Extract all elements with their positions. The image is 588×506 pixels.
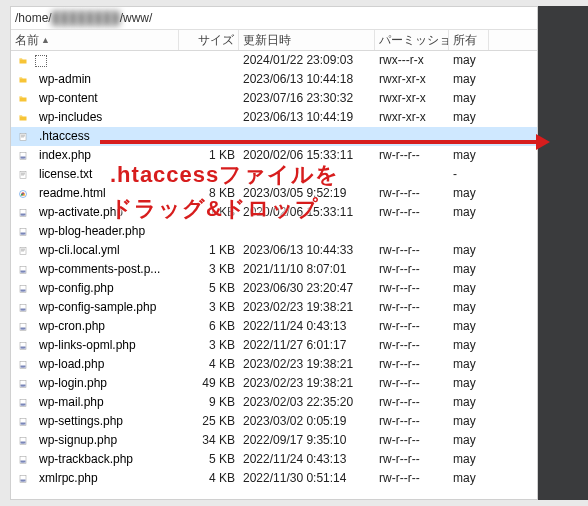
- file-name: wp-comments-post.p...: [35, 260, 164, 279]
- file-name: wp-load.php: [35, 355, 108, 374]
- annotation-arrow-icon: [100, 140, 540, 144]
- file-owner: may: [449, 298, 489, 317]
- file-perm: [375, 222, 449, 241]
- file-row[interactable]: wp-signup.php34 KB2022/09/17 9:35:10rw-r…: [11, 431, 537, 450]
- header-owner[interactable]: 所有: [449, 30, 489, 50]
- file-size: 3 KB: [179, 260, 239, 279]
- file-name-cell: wp-cli.local.yml: [11, 241, 179, 260]
- file-date: 2023/02/03 22:35:20: [239, 393, 375, 412]
- file-owner: may: [449, 241, 489, 260]
- file-perm: rw-r--r--: [375, 336, 449, 355]
- file-date: 2023/06/13 10:44:19: [239, 108, 375, 127]
- file-date: 2021/11/10 8:07:01: [239, 260, 375, 279]
- file-row[interactable]: wp-config.php5 KB2023/06/30 23:20:47rw-r…: [11, 279, 537, 298]
- php-icon: [15, 433, 31, 449]
- file-name-cell: wp-config.php: [11, 279, 179, 298]
- file-owner: -: [449, 165, 489, 184]
- php-icon: [15, 300, 31, 316]
- file-owner: may: [449, 51, 489, 70]
- file-name-cell: [11, 51, 179, 70]
- file-row[interactable]: wp-admin2023/06/13 10:44:18rwxr-xr-xmay: [11, 70, 537, 89]
- file-owner: may: [449, 108, 489, 127]
- file-row[interactable]: xmlrpc.php4 KB2022/11/30 0:51:14rw-r--r-…: [11, 469, 537, 488]
- file-name: license.txt: [35, 165, 96, 184]
- path-breadcrumb[interactable]: /home/████████/www/: [11, 7, 537, 30]
- file-perm: rw-r--r--: [375, 450, 449, 469]
- file-date: 2022/11/24 0:43:13: [239, 317, 375, 336]
- file-owner: [449, 222, 489, 241]
- txt-icon: [15, 129, 31, 145]
- file-name: readme.html: [35, 184, 110, 203]
- file-row[interactable]: wp-cli.local.yml1 KB2023/06/13 10:44:33r…: [11, 241, 537, 260]
- file-date: [239, 222, 375, 241]
- file-row[interactable]: wp-trackback.php5 KB2022/11/24 0:43:13rw…: [11, 450, 537, 469]
- header-size[interactable]: サイズ: [179, 30, 239, 50]
- file-perm: rwxr-xr-x: [375, 70, 449, 89]
- file-row[interactable]: wp-comments-post.p...3 KB2021/11/10 8:07…: [11, 260, 537, 279]
- file-row[interactable]: wp-login.php49 KB2023/02/23 19:38:21rw-r…: [11, 374, 537, 393]
- file-name: wp-config.php: [35, 279, 118, 298]
- file-date: 2023/06/13 10:44:33: [239, 241, 375, 260]
- file-size: [179, 89, 239, 108]
- file-perm: rw-r--r--: [375, 355, 449, 374]
- right-dark-panel: [538, 6, 588, 500]
- file-name: wp-blog-header.php: [35, 222, 149, 241]
- file-name-cell: wp-links-opml.php: [11, 336, 179, 355]
- file-row[interactable]: wp-includes2023/06/13 10:44:19rwxr-xr-xm…: [11, 108, 537, 127]
- file-row[interactable]: wp-blog-header.php: [11, 222, 537, 241]
- file-owner: may: [449, 146, 489, 165]
- file-owner: may: [449, 431, 489, 450]
- up-icon: [15, 53, 31, 69]
- file-size: 25 KB: [179, 412, 239, 431]
- file-size: 3 KB: [179, 298, 239, 317]
- file-date: 2022/11/24 0:43:13: [239, 450, 375, 469]
- file-name-cell: wp-includes: [11, 108, 179, 127]
- file-row[interactable]: wp-load.php4 KB2023/02/23 19:38:21rw-r--…: [11, 355, 537, 374]
- file-name-cell: wp-load.php: [11, 355, 179, 374]
- file-date: 2023/02/23 19:38:21: [239, 355, 375, 374]
- header-date[interactable]: 更新日時: [239, 30, 375, 50]
- txt-icon: [15, 167, 31, 183]
- file-name-cell: wp-signup.php: [11, 431, 179, 450]
- php-icon: [15, 357, 31, 373]
- file-perm: rwx---r-x: [375, 51, 449, 70]
- file-size: 1 KB: [179, 241, 239, 260]
- file-row[interactable]: wp-links-opml.php3 KB2022/11/27 6:01:17r…: [11, 336, 537, 355]
- file-row[interactable]: wp-cron.php6 KB2022/11/24 0:43:13rw-r--r…: [11, 317, 537, 336]
- file-size: [179, 70, 239, 89]
- file-date: 2022/09/17 9:35:10: [239, 431, 375, 450]
- file-perm: rw-r--r--: [375, 279, 449, 298]
- file-perm: rw-r--r--: [375, 146, 449, 165]
- file-date: 2022/11/30 0:51:14: [239, 469, 375, 488]
- file-perm: rw-r--r--: [375, 260, 449, 279]
- file-owner: may: [449, 70, 489, 89]
- file-size: [179, 222, 239, 241]
- file-date: 2024/01/22 23:09:03: [239, 51, 375, 70]
- file-name: wp-signup.php: [35, 431, 121, 450]
- path-blurred: ████████: [52, 11, 120, 25]
- header-name[interactable]: 名前 ▲: [11, 30, 179, 50]
- file-row[interactable]: wp-config-sample.php3 KB2023/02/23 19:38…: [11, 298, 537, 317]
- folder-icon: [15, 72, 31, 88]
- file-name-cell: wp-settings.php: [11, 412, 179, 431]
- file-perm: rw-r--r--: [375, 469, 449, 488]
- file-name-cell: wp-admin: [11, 70, 179, 89]
- file-perm: rw-r--r--: [375, 203, 449, 222]
- php-icon: [15, 376, 31, 392]
- file-owner: may: [449, 260, 489, 279]
- php-icon: [15, 338, 31, 354]
- path-prefix: /home/: [15, 11, 52, 25]
- file-row[interactable]: 2024/01/22 23:09:03rwx---r-xmay: [11, 51, 537, 70]
- header-permission[interactable]: パーミッション: [375, 30, 449, 50]
- file-date: 2023/06/13 10:44:18: [239, 70, 375, 89]
- file-name-cell: wp-config-sample.php: [11, 298, 179, 317]
- file-row[interactable]: wp-content2023/07/16 23:30:32rwxr-xr-xma…: [11, 89, 537, 108]
- file-name: index.php: [35, 146, 95, 165]
- file-row[interactable]: wp-settings.php25 KB2023/03/02 0:05:19rw…: [11, 412, 537, 431]
- file-row[interactable]: wp-mail.php9 KB2023/02/03 22:35:20rw-r--…: [11, 393, 537, 412]
- file-name-cell: wp-cron.php: [11, 317, 179, 336]
- file-owner: may: [449, 89, 489, 108]
- file-size: [179, 51, 239, 70]
- file-perm: [375, 165, 449, 184]
- file-name-cell: wp-content: [11, 89, 179, 108]
